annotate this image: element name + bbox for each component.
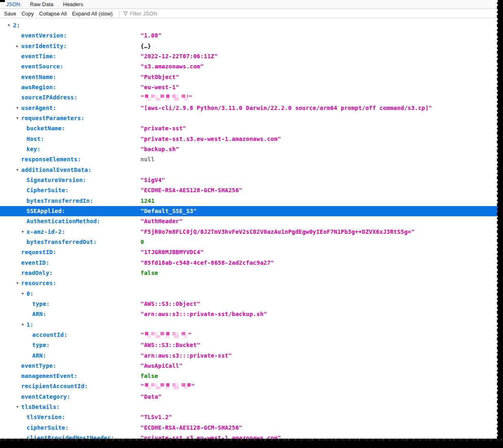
json-row[interactable]: type:"AWS::S3::Bucket" — [0, 340, 503, 350]
collapse-all-button[interactable]: Collapse All — [39, 11, 67, 17]
json-row[interactable]: ▼userAgent:"[aws-cli/2.9.8 Python/3.11.0… — [0, 103, 503, 113]
json-row[interactable]: sourceIPAddress:"" — [0, 92, 503, 103]
json-key: eventType: — [21, 362, 56, 369]
json-key: accountId: — [32, 332, 67, 338]
json-value: "AwsApiCall" — [141, 361, 183, 371]
json-row[interactable]: eventSource:"s3.amazonaws.com" — [0, 61, 503, 72]
json-key: 1: — [26, 321, 33, 328]
json-value: "ECDHE-RSA-AES128-GCM-SHA256" — [141, 423, 242, 433]
json-row[interactable]: requestID:"1TJGR0MJBBMYVDC4" — [0, 247, 503, 257]
json-row[interactable]: Host:"private-sst.s3.eu-west-1.amazonaws… — [0, 134, 503, 144]
filter-icon — [123, 11, 128, 16]
collapse-twisty-icon[interactable]: ▼ — [22, 227, 24, 237]
json-key: responseElements: — [21, 156, 81, 163]
json-row[interactable]: eventVersion:"1.08" — [0, 31, 503, 41]
json-row[interactable]: ARN:"arn:aws:s3:::private-sst" — [0, 351, 503, 361]
collapse-twisty-icon[interactable]: ▼ — [16, 402, 18, 412]
json-row[interactable]: ▼x-amz-id-2:"F5jR0o7m8FLC0jQ/0J2TmV3hvFe… — [0, 227, 503, 237]
json-value: {…} — [141, 41, 151, 51]
json-key: bucketName: — [26, 125, 65, 132]
json-row[interactable]: ▶userIdentity:{…} — [0, 41, 503, 51]
json-value: null — [141, 154, 155, 165]
json-row[interactable]: ▼2: — [0, 20, 503, 31]
json-key: x-amz-id-2: — [26, 228, 65, 235]
json-key: eventName: — [21, 74, 56, 80]
collapse-twisty-icon[interactable]: ▼ — [16, 278, 18, 288]
filter-json-input[interactable] — [130, 11, 179, 17]
json-row[interactable]: accountId:"" — [0, 330, 503, 340]
json-row[interactable]: cipherSuite:"ECDHE-RSA-AES128-GCM-SHA256… — [0, 423, 503, 433]
json-row[interactable]: SignatureVersion:"SigV4" — [0, 175, 503, 185]
json-key: ARN: — [32, 311, 46, 317]
json-value: "private-sst" — [141, 123, 186, 134]
json-row[interactable]: type:"AWS::S3::Object" — [0, 299, 503, 309]
json-value: false — [141, 371, 158, 381]
json-value: "PutObject" — [141, 72, 179, 82]
json-row[interactable]: ▼additionalEventData: — [0, 165, 503, 175]
expand-all-button[interactable]: Expand All (slow) — [72, 11, 113, 17]
tab-json[interactable]: JSON — [6, 1, 20, 7]
json-row[interactable]: ▼resources: — [0, 278, 503, 288]
collapse-twisty-icon[interactable]: ▼ — [8, 20, 10, 31]
json-row[interactable]: bytesTransferredOut:0 — [0, 237, 503, 247]
redacted-value — [145, 383, 191, 389]
json-key: requestID: — [21, 249, 56, 255]
json-row[interactable]: ARN:"arn:aws:s3:::private-sst/backup.sh" — [0, 309, 503, 319]
json-value: "[aws-cli/2.9.8 Python/3.11.0 Darwin/22.… — [141, 103, 432, 113]
json-key: ARN: — [32, 352, 46, 359]
redacted-value — [145, 332, 187, 338]
json-row[interactable]: bytesTransferredIn:1241 — [0, 196, 503, 206]
json-row[interactable]: ▼1: — [0, 320, 503, 330]
collapse-twisty-icon[interactable]: ▼ — [16, 113, 18, 123]
json-row[interactable]: eventType:"AwsApiCall" — [0, 361, 503, 371]
json-row[interactable]: AuthenticationMethod:"AuthHeader" — [0, 216, 503, 226]
json-row[interactable]: eventTime:"2022-12-22T07:06:11Z" — [0, 51, 503, 61]
json-key: readOnly: — [21, 270, 53, 276]
json-key: bytesTransferredIn: — [26, 198, 93, 204]
json-row[interactable]: readOnly:false — [0, 268, 503, 278]
collapse-twisty-icon[interactable]: ▼ — [16, 103, 18, 113]
json-key: eventTime: — [21, 53, 56, 59]
json-value: false — [141, 268, 158, 278]
collapse-twisty-icon[interactable]: ▼ — [16, 165, 18, 175]
json-value: "eu-west-1" — [141, 82, 179, 92]
expand-twisty-icon[interactable]: ▶ — [16, 41, 18, 51]
json-value: "TLSv1.2" — [141, 412, 172, 422]
json-row[interactable]: eventName:"PutObject" — [0, 72, 503, 82]
json-row[interactable]: SSEApplied:"Default_SSE_S3" — [0, 206, 503, 216]
tab-headers[interactable]: Headers — [63, 1, 83, 7]
json-key: eventSource: — [21, 63, 64, 70]
json-row[interactable]: managementEvent:false — [0, 371, 503, 381]
screenshot-crop-mark — [0, 0, 5, 2]
redacted-value — [145, 94, 188, 101]
json-key: tlsVersion: — [26, 414, 65, 420]
json-key: eventID: — [21, 259, 49, 266]
collapse-twisty-icon[interactable]: ▼ — [22, 320, 24, 330]
json-row[interactable]: ▼tlsDetails: — [0, 402, 503, 412]
tab-raw-data[interactable]: Raw Data — [30, 1, 53, 7]
collapse-twisty-icon[interactable]: ▼ — [22, 289, 24, 299]
json-row[interactable]: bucketName:"private-sst" — [0, 123, 503, 134]
json-row[interactable]: tlsVersion:"TLSv1.2" — [0, 412, 503, 422]
json-key: additionalEventData: — [21, 167, 92, 173]
json-key: bytesTransferredOut: — [26, 239, 97, 245]
copy-button[interactable]: Copy — [22, 11, 34, 17]
json-value: "1.08" — [141, 31, 162, 41]
json-value: "backup.sh" — [141, 144, 179, 154]
json-row[interactable]: awsRegion:"eu-west-1" — [0, 82, 503, 92]
json-value: "s3.amazonaws.com" — [141, 61, 204, 72]
json-row[interactable]: responseElements:null — [0, 154, 503, 165]
json-row[interactable]: ▼requestParameters: — [0, 113, 503, 123]
json-row[interactable]: key:"backup.sh" — [0, 144, 503, 154]
json-row[interactable]: eventCategory:"Data" — [0, 392, 503, 402]
json-row[interactable]: eventID:"85fd18ab-c548-4cef-8658-2ad2cfa… — [0, 258, 503, 268]
json-row[interactable]: ▼0: — [0, 289, 503, 299]
json-value: "AWS::S3::Object" — [141, 299, 200, 309]
json-key: tlsDetails: — [21, 404, 60, 410]
json-value: "private-sst.s3.eu-west-1.amazonaws.com" — [141, 134, 281, 144]
json-row[interactable]: CipherSuite:"ECDHE-RSA-AES128-GCM-SHA256… — [0, 185, 503, 195]
save-button[interactable]: Save — [4, 11, 16, 17]
json-key: userIdentity: — [21, 43, 67, 49]
json-row[interactable]: recipientAccountId:"" — [0, 381, 503, 391]
json-key: SignatureVersion: — [26, 177, 86, 183]
